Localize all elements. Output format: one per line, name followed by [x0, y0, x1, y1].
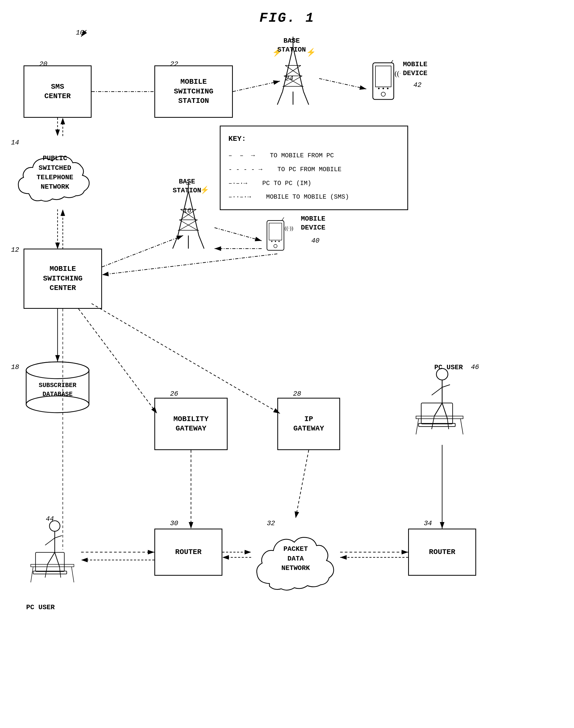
- ref-20: 20: [39, 60, 47, 68]
- svg-line-94: [296, 450, 309, 518]
- ref-14: 14: [11, 139, 19, 147]
- svg-point-43: [275, 241, 276, 242]
- ref-24: 24: [285, 75, 293, 82]
- svg-text:((·)): ((·)): [395, 69, 400, 77]
- svg-line-22: [391, 60, 394, 63]
- svg-point-19: [378, 88, 380, 89]
- pc-user-46-figure: [408, 366, 471, 440]
- key-box: KEY: – – → TO MOBILE FROM PC - - - - → T…: [220, 126, 408, 210]
- base-station-16-label: BASESTATION: [173, 177, 201, 195]
- figure-title: FIG. 1: [259, 10, 315, 26]
- svg-line-73: [31, 567, 33, 582]
- mobile-device-42: ((·)): [366, 60, 400, 113]
- mobile-device-40: ((·)): [261, 214, 296, 267]
- svg-line-45: [282, 217, 284, 220]
- ref-44: 44: [46, 515, 54, 523]
- ref-34: 34: [424, 519, 432, 527]
- svg-line-10: [303, 92, 309, 105]
- svg-text:((·)): ((·)): [285, 225, 293, 231]
- ref-10: 10: [76, 29, 84, 37]
- ref-12: 12: [11, 246, 19, 254]
- pstn-cloud: PUBLICSWITCHEDTELEPHONENETWORK: [13, 136, 97, 209]
- pc-user-44-label: PC USER: [26, 603, 55, 612]
- svg-line-103: [102, 254, 277, 275]
- svg-line-74: [72, 567, 74, 582]
- router-34-box: ROUTER: [408, 529, 476, 576]
- svg-line-55: [434, 403, 442, 416]
- ref-46: 46: [471, 363, 479, 371]
- svg-line-82: [319, 79, 366, 89]
- svg-text:⚡: ⚡: [306, 48, 316, 57]
- ref-42: 42: [413, 81, 421, 89]
- svg-line-76: [59, 567, 61, 577]
- svg-point-41: [274, 244, 277, 248]
- svg-line-34: [199, 236, 204, 249]
- ref-32: 32: [267, 519, 275, 527]
- base-station-24-label: BASESTATION: [277, 37, 306, 54]
- key-item-2: - - - - → TO PC FROM MOBILE: [229, 163, 400, 177]
- svg-rect-16: [373, 63, 394, 99]
- svg-rect-59: [416, 416, 463, 419]
- key-items: – – → TO MOBILE FROM PC - - - - → TO PC …: [229, 149, 400, 204]
- svg-line-67: [55, 536, 62, 538]
- svg-rect-72: [31, 564, 74, 567]
- ref-40: 40: [311, 237, 320, 245]
- svg-point-42: [271, 241, 273, 242]
- svg-line-60: [416, 419, 419, 434]
- svg-line-68: [48, 553, 55, 564]
- svg-line-61: [460, 419, 463, 434]
- svg-text:⚡: ⚡: [200, 186, 209, 194]
- key-item-3: –·–·→ PC TO PC (IM): [229, 177, 400, 191]
- svg-rect-40: [269, 223, 282, 240]
- svg-point-50: [26, 362, 89, 379]
- svg-line-66: [45, 538, 55, 545]
- subscriber-database: SUBSCRIBERDATABASE: [24, 361, 91, 413]
- svg-point-44: [278, 241, 280, 242]
- svg-line-88: [214, 228, 261, 241]
- mobile-device-40-label: MOBILEDEVICE: [301, 214, 325, 232]
- svg-rect-17: [375, 66, 391, 87]
- svg-line-33: [173, 236, 178, 249]
- svg-point-20: [382, 88, 384, 89]
- svg-point-18: [381, 92, 385, 96]
- ref-26: 26: [170, 390, 178, 398]
- mobile-switching-center-box: MOBILE SWITCHING CENTER: [24, 249, 102, 309]
- key-title: KEY:: [229, 132, 400, 146]
- router-30-box: ROUTER: [154, 529, 222, 576]
- ref-18: 18: [11, 363, 19, 371]
- svg-line-53: [432, 387, 442, 395]
- svg-point-21: [387, 88, 388, 89]
- ref-16: 16: [183, 207, 191, 214]
- ref-22: 22: [170, 60, 178, 68]
- svg-rect-39: [267, 220, 284, 250]
- ref-28: 28: [293, 390, 301, 398]
- mobile-device-42-label: MOBILEDEVICE: [403, 60, 427, 78]
- pc-user-44-figure: [24, 518, 81, 592]
- key-item-1: – – → TO MOBILE FROM PC: [229, 149, 400, 163]
- sms-center-box: SMS CENTER: [24, 66, 91, 118]
- svg-line-54: [442, 385, 450, 387]
- svg-line-62: [432, 416, 434, 429]
- svg-line-9: [277, 92, 283, 105]
- pc-user-46-label: PC USER: [434, 363, 463, 372]
- key-item-4: –··–·→ MOBILE TO MOBILE (SMS): [229, 190, 400, 204]
- packet-data-network-cloud: PACKETDATANETWORK: [251, 518, 340, 599]
- svg-line-91: [91, 304, 280, 413]
- mobile-switching-station-box: MOBILE SWITCHING STATION: [154, 66, 233, 118]
- mobility-gateway-box: MOBILITY GATEWAY: [154, 398, 228, 450]
- ip-gateway-box: IP GATEWAY: [277, 398, 340, 450]
- ref-30: 30: [170, 519, 178, 527]
